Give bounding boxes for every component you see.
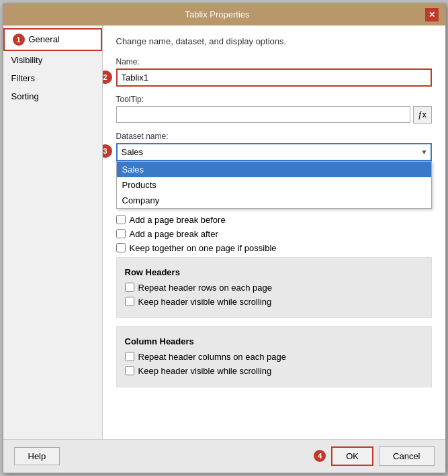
footer-left: Help [14,447,60,465]
repeat-header-rows-label: Repeat header rows on each page [138,283,272,293]
badge-1: 1 [13,34,25,46]
tooltip-row: ƒx [116,106,432,124]
sidebar-label-sorting: Sorting [11,91,39,101]
repeat-header-rows-row: Repeat header rows on each page [125,283,423,293]
keep-together-checkbox[interactable] [116,243,126,252]
fx-button[interactable]: ƒx [413,106,432,124]
sidebar-item-sorting[interactable]: Sorting [3,87,102,105]
keep-header-visible-cols-label: Keep header visible while scrolling [138,366,272,376]
name-input[interactable] [116,68,432,87]
keep-header-visible-cols-checkbox[interactable] [125,366,134,375]
sidebar-item-general[interactable]: 1 General [3,28,102,51]
repeat-header-cols-row: Repeat header columns on each page [125,352,423,362]
help-button[interactable]: Help [14,447,60,465]
dropdown-item-sales[interactable]: Sales [117,162,431,177]
badge-4: 4 [314,450,326,462]
row-headers-title: Row Headers [125,267,423,277]
dropdown-item-products[interactable]: Products [117,177,431,193]
main-content: Change name, dataset, and display option… [103,26,445,439]
keep-header-visible-rows-checkbox[interactable] [125,297,134,306]
dataset-field-group: Dataset name: 3 Sales Products Company ▼ [116,132,432,161]
ok-button-wrapper: 4 OK [314,446,373,466]
keep-header-visible-cols-row: Keep header visible while scrolling [125,366,423,376]
tooltip-label: ToolTip: [116,95,432,104]
row-headers-section: Row Headers Repeat header rows on each p… [116,257,432,318]
page-break-before-label: Add a page break before [130,215,226,225]
keep-header-visible-rows-label: Keep header visible while scrolling [138,297,272,307]
dataset-label: Dataset name: [116,132,432,141]
section-description: Change name, dataset, and display option… [116,36,432,46]
footer-right: 4 OK Cancel [314,446,434,466]
dialog-title: Tablix Properties [10,9,425,19]
page-break-before-checkbox[interactable] [116,215,126,224]
keep-together-label: Keep together on one page if possible [130,243,277,253]
tablix-properties-dialog: Tablix Properties ✕ 1 General Visibility… [3,3,446,473]
sidebar-label-visibility: Visibility [11,55,43,65]
sidebar-label-filters: Filters [11,73,35,83]
cancel-button[interactable]: Cancel [379,446,434,466]
tooltip-field-group: ToolTip: ƒx [116,95,432,124]
column-headers-title: Column Headers [125,336,423,346]
ok-button[interactable]: OK [331,446,373,466]
page-break-section: Add a page break before Add a page break… [116,215,432,253]
sidebar-item-visibility[interactable]: Visibility [3,51,102,69]
dialog-footer: Help 4 OK Cancel [3,439,445,473]
page-break-before-row: Add a page break before [116,215,432,225]
page-break-after-checkbox[interactable] [116,229,126,238]
repeat-header-cols-label: Repeat header columns on each page [138,352,286,362]
close-button[interactable]: ✕ [425,8,439,21]
keep-header-visible-rows-row: Keep header visible while scrolling [125,297,423,307]
keep-together-row: Keep together on one page if possible [116,243,432,253]
name-field-group: Name: 2 [116,57,432,87]
repeat-header-rows-checkbox[interactable] [125,283,134,292]
badge-3: 3 [103,144,112,158]
tooltip-input[interactable] [116,106,410,123]
column-headers-section: Column Headers Repeat header columns on … [116,326,432,387]
repeat-header-cols-checkbox[interactable] [125,352,134,361]
dropdown-item-company[interactable]: Company [117,193,431,208]
dataset-select[interactable]: Sales Products Company [116,143,432,161]
page-break-after-row: Add a page break after [116,229,432,239]
page-break-after-label: Add a page break after [130,229,218,239]
dataset-select-container: Sales Products Company ▼ [116,143,432,161]
name-label: Name: [116,57,432,66]
dropdown-list: Sales Products Company [116,161,432,209]
dialog-body: 1 General Visibility Filters Sorting Cha… [3,26,445,439]
dataset-wrapper: Sales Products Company ▼ Sales Products … [116,143,432,161]
sidebar-item-filters[interactable]: Filters [3,69,102,87]
sidebar: 1 General Visibility Filters Sorting [3,26,103,439]
sidebar-label-general: General [29,34,60,44]
title-bar: Tablix Properties ✕ [3,4,445,26]
badge-2: 2 [103,70,112,84]
